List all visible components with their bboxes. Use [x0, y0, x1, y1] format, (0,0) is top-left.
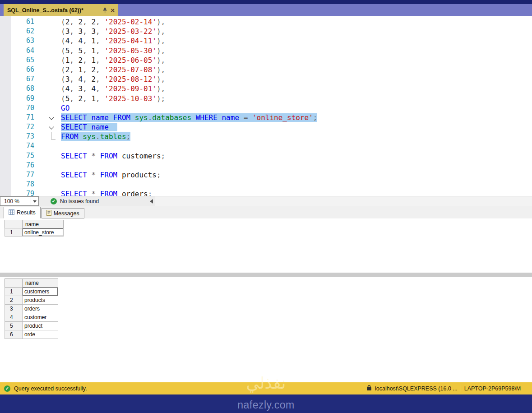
result-cell[interactable]: customers	[23, 288, 58, 296]
tab-results[interactable]: Results	[4, 207, 41, 218]
code-editor[interactable]: 61(2, 2, 2, '2025-02-14'),62(3, 3, 3, '2…	[0, 16, 532, 196]
row-header[interactable]: 4	[5, 313, 23, 322]
code-text	[61, 141, 532, 151]
grid-corner-cell[interactable]	[5, 279, 23, 288]
code-line[interactable]: 67(3, 4, 2, '2025-08-12'),	[0, 74, 532, 84]
issues-status-text: No issues found	[60, 198, 99, 204]
code-line[interactable]: 76	[0, 161, 532, 170]
code-line[interactable]: 73FROM sys.tables;	[0, 132, 532, 141]
hscroll-left-arrow-icon[interactable]	[148, 199, 153, 204]
code-line[interactable]: 62(3, 3, 3, '2025-03-22'),	[0, 27, 532, 36]
document-tab[interactable]: SQL_Online_S...ostafa (62))* ×	[4, 4, 118, 16]
line-number: 65	[0, 56, 35, 65]
result-cell[interactable]: online_store	[23, 228, 64, 237]
fold-margin	[35, 180, 61, 189]
fold-margin	[35, 103, 61, 113]
table-row: 2products	[5, 296, 58, 305]
line-number: 78	[0, 180, 35, 189]
code-line[interactable]: 65(1, 2, 1, '2025-06-05'),	[0, 56, 532, 65]
code-line[interactable]: 61(2, 2, 2, '2025-02-14'),	[0, 17, 532, 27]
results-grid-2: name1customers2products3orders4customer5…	[0, 278, 532, 339]
column-header[interactable]: name	[23, 279, 58, 288]
results-grid: name1online_store	[5, 220, 64, 237]
code-line[interactable]: 72SELECT name	[0, 122, 532, 132]
code-text: (2, 1, 2, '2025-07-08'),	[61, 65, 532, 74]
code-text: (5, 2, 1, '2025-10-03');	[61, 94, 532, 103]
selection-highlight: SELECT name	[61, 123, 117, 131]
fold-margin	[35, 94, 61, 103]
line-number: 74	[0, 141, 35, 151]
column-header[interactable]: name	[23, 220, 64, 228]
fold-margin	[35, 36, 61, 46]
code-text: FROM sys.tables;	[61, 132, 532, 141]
code-line[interactable]: 71SELECT name FROM sys.databases WHERE n…	[0, 113, 532, 122]
line-number: 63	[0, 36, 35, 46]
result-cell[interactable]: orders	[23, 305, 58, 313]
code-text: (1, 2, 1, '2025-06-05'),	[61, 56, 532, 65]
line-number: 61	[0, 17, 35, 27]
row-header[interactable]: 6	[5, 330, 23, 339]
fold-margin	[35, 170, 61, 180]
ssms-window: SQL_Online_S...ostafa (62))* × 61(2, 2, …	[0, 0, 532, 413]
code-line[interactable]: 64(5, 5, 1, '2025-05-30'),	[0, 46, 532, 56]
code-line[interactable]: 63(4, 4, 1, '2025-04-11'),	[0, 36, 532, 46]
server-name[interactable]: localhost\SQLEXPRESS (16.0 ...	[375, 385, 458, 392]
success-check-icon: ✓	[4, 385, 10, 392]
selection-highlight: SELECT name FROM sys.databases WHERE nam…	[61, 113, 317, 122]
line-number: 71	[0, 113, 35, 122]
code-line[interactable]: 69(5, 2, 1, '2025-10-03');	[0, 94, 532, 103]
row-header[interactable]: 1	[5, 288, 23, 296]
grid-corner-cell[interactable]	[5, 220, 23, 228]
table-row: 5product	[5, 322, 58, 330]
result-cell[interactable]: product	[23, 322, 58, 330]
window-top-strip	[0, 0, 532, 4]
code-line[interactable]: 79SELECT * FROM orders;	[0, 189, 532, 196]
code-line[interactable]: 78	[0, 180, 532, 189]
results-pane-databases: name1online_store	[0, 218, 532, 273]
line-number: 79	[0, 189, 35, 196]
horizontal-scrollbar[interactable]	[155, 196, 532, 206]
table-row: 4customer	[5, 313, 58, 322]
results-splitter[interactable]	[0, 273, 532, 277]
line-number: 68	[0, 84, 35, 93]
collapse-chevron-icon[interactable]	[49, 115, 54, 120]
user-name[interactable]: LAPTOP-2P69P598\M	[464, 385, 521, 392]
row-header[interactable]: 5	[5, 322, 23, 330]
tab-messages[interactable]: Messages	[42, 208, 84, 218]
table-row: 1customers	[5, 288, 58, 296]
close-icon[interactable]: ×	[111, 7, 115, 14]
code-text: SELECT name	[61, 122, 532, 132]
document-tab-title: SQL_Online_S...ostafa (62))*	[7, 7, 99, 14]
row-header[interactable]: 2	[5, 296, 23, 305]
code-line[interactable]: 74	[0, 141, 532, 151]
result-cell[interactable]: products	[23, 296, 58, 305]
code-text: SELECT name FROM sys.databases WHERE nam…	[61, 113, 532, 122]
code-line[interactable]: 75SELECT * FROM customers;	[0, 151, 532, 161]
fold-margin[interactable]	[35, 113, 61, 122]
line-number: 67	[0, 74, 35, 84]
results-pane-tables: name1customers2products3orders4customer5…	[0, 277, 532, 382]
status-message: Query executed successfully.	[14, 385, 87, 392]
zoom-level-dropdown[interactable]: 100 %	[0, 196, 39, 206]
fold-margin	[35, 46, 61, 56]
line-number: 70	[0, 103, 35, 113]
code-text: SELECT * FROM customers;	[61, 151, 532, 161]
pin-icon[interactable]	[102, 7, 107, 13]
line-number: 76	[0, 161, 35, 170]
code-line[interactable]: 68(4, 3, 4, '2025-09-01'),	[0, 84, 532, 93]
chevron-down-icon[interactable]	[31, 197, 38, 205]
results-grid-icon	[9, 209, 14, 216]
code-line[interactable]: 66(2, 1, 2, '2025-07-08'),	[0, 65, 532, 74]
result-cell[interactable]: orde	[23, 330, 58, 339]
row-header[interactable]: 3	[5, 305, 23, 313]
row-header[interactable]: 1	[5, 228, 23, 237]
code-text: (2, 2, 2, '2025-02-14'),	[61, 17, 532, 27]
line-number: 62	[0, 27, 35, 36]
code-line[interactable]: 77SELECT * FROM products;	[0, 170, 532, 180]
code-line[interactable]: 70GO	[0, 103, 532, 113]
result-cell[interactable]: customer	[23, 313, 58, 322]
collapse-chevron-icon[interactable]	[49, 124, 54, 129]
fold-margin[interactable]	[35, 122, 61, 132]
fold-margin	[35, 17, 61, 27]
fold-margin	[35, 151, 61, 161]
